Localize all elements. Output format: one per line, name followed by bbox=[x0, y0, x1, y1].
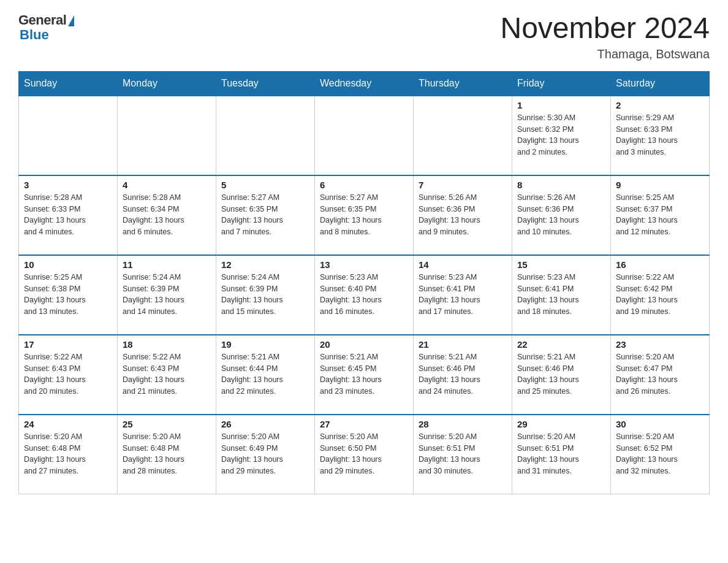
calendar-cell: 27Sunrise: 5:20 AMSunset: 6:50 PMDayligh… bbox=[315, 415, 414, 494]
day-info: Sunrise: 5:25 AMSunset: 6:37 PMDaylight:… bbox=[616, 192, 704, 238]
calendar-cell: 19Sunrise: 5:21 AMSunset: 6:44 PMDayligh… bbox=[216, 335, 315, 415]
day-number: 10 bbox=[24, 259, 112, 270]
day-info: Sunrise: 5:24 AMSunset: 6:39 PMDaylight:… bbox=[221, 272, 309, 318]
calendar-cell: 18Sunrise: 5:22 AMSunset: 6:43 PMDayligh… bbox=[118, 335, 216, 415]
day-number: 25 bbox=[123, 419, 211, 429]
calendar-cell: 8Sunrise: 5:26 AMSunset: 6:36 PMDaylight… bbox=[512, 175, 611, 255]
day-info: Sunrise: 5:26 AMSunset: 6:36 PMDaylight:… bbox=[517, 192, 605, 238]
calendar-cell: 10Sunrise: 5:25 AMSunset: 6:38 PMDayligh… bbox=[19, 255, 118, 335]
day-info: Sunrise: 5:20 AMSunset: 6:52 PMDaylight:… bbox=[616, 431, 704, 477]
day-info: Sunrise: 5:22 AMSunset: 6:43 PMDaylight:… bbox=[123, 351, 211, 397]
page-header: General Blue November 2024 Thamaga, Bots… bbox=[18, 12, 710, 61]
day-info: Sunrise: 5:21 AMSunset: 6:44 PMDaylight:… bbox=[221, 351, 309, 397]
day-info: Sunrise: 5:22 AMSunset: 6:42 PMDaylight:… bbox=[616, 272, 704, 318]
day-number: 3 bbox=[24, 180, 112, 190]
calendar-week-row: 1Sunrise: 5:30 AMSunset: 6:32 PMDaylight… bbox=[19, 96, 710, 175]
day-number: 19 bbox=[221, 339, 309, 350]
day-number: 5 bbox=[221, 180, 309, 190]
calendar-cell: 20Sunrise: 5:21 AMSunset: 6:45 PMDayligh… bbox=[315, 335, 414, 415]
calendar-week-row: 24Sunrise: 5:20 AMSunset: 6:48 PMDayligh… bbox=[19, 415, 710, 494]
day-info: Sunrise: 5:23 AMSunset: 6:40 PMDaylight:… bbox=[320, 272, 408, 318]
day-info: Sunrise: 5:27 AMSunset: 6:35 PMDaylight:… bbox=[221, 192, 309, 238]
calendar-cell: 7Sunrise: 5:26 AMSunset: 6:36 PMDaylight… bbox=[414, 175, 512, 255]
day-info: Sunrise: 5:24 AMSunset: 6:39 PMDaylight:… bbox=[123, 272, 211, 318]
day-number: 20 bbox=[320, 339, 408, 350]
day-info: Sunrise: 5:21 AMSunset: 6:46 PMDaylight:… bbox=[517, 351, 605, 397]
day-number: 23 bbox=[616, 339, 704, 350]
day-of-week-header: Friday bbox=[512, 71, 611, 96]
day-info: Sunrise: 5:20 AMSunset: 6:51 PMDaylight:… bbox=[517, 431, 605, 477]
day-info: Sunrise: 5:21 AMSunset: 6:45 PMDaylight:… bbox=[320, 351, 408, 397]
day-of-week-header: Tuesday bbox=[216, 71, 315, 96]
logo: General Blue bbox=[18, 12, 74, 43]
day-number: 11 bbox=[123, 259, 211, 270]
calendar-cell bbox=[414, 96, 512, 175]
day-number: 12 bbox=[221, 259, 309, 270]
calendar-cell: 28Sunrise: 5:20 AMSunset: 6:51 PMDayligh… bbox=[414, 415, 512, 494]
day-number: 14 bbox=[419, 259, 507, 270]
day-number: 8 bbox=[517, 180, 605, 190]
day-info: Sunrise: 5:20 AMSunset: 6:48 PMDaylight:… bbox=[123, 431, 211, 477]
day-number: 6 bbox=[320, 180, 408, 190]
calendar-cell: 6Sunrise: 5:27 AMSunset: 6:35 PMDaylight… bbox=[315, 175, 414, 255]
calendar-cell: 21Sunrise: 5:21 AMSunset: 6:46 PMDayligh… bbox=[414, 335, 512, 415]
calendar-header-row: SundayMondayTuesdayWednesdayThursdayFrid… bbox=[19, 71, 710, 96]
day-info: Sunrise: 5:20 AMSunset: 6:48 PMDaylight:… bbox=[24, 431, 112, 477]
calendar-cell bbox=[118, 96, 216, 175]
day-info: Sunrise: 5:21 AMSunset: 6:46 PMDaylight:… bbox=[419, 351, 507, 397]
logo-general-text: General bbox=[18, 12, 66, 28]
calendar-cell: 15Sunrise: 5:23 AMSunset: 6:41 PMDayligh… bbox=[512, 255, 611, 335]
day-number: 27 bbox=[320, 419, 408, 429]
day-number: 2 bbox=[616, 100, 704, 110]
day-of-week-header: Monday bbox=[118, 71, 216, 96]
month-title: November 2024 bbox=[500, 12, 710, 45]
day-info: Sunrise: 5:20 AMSunset: 6:47 PMDaylight:… bbox=[616, 351, 704, 397]
day-number: 13 bbox=[320, 259, 408, 270]
day-info: Sunrise: 5:23 AMSunset: 6:41 PMDaylight:… bbox=[419, 272, 507, 318]
calendar-cell bbox=[315, 96, 414, 175]
location-text: Thamaga, Botswana bbox=[500, 47, 710, 61]
day-info: Sunrise: 5:28 AMSunset: 6:34 PMDaylight:… bbox=[123, 192, 211, 238]
day-number: 18 bbox=[123, 339, 211, 350]
calendar-week-row: 10Sunrise: 5:25 AMSunset: 6:38 PMDayligh… bbox=[19, 255, 710, 335]
day-info: Sunrise: 5:20 AMSunset: 6:51 PMDaylight:… bbox=[419, 431, 507, 477]
title-area: November 2024 Thamaga, Botswana bbox=[500, 12, 710, 61]
calendar-cell: 13Sunrise: 5:23 AMSunset: 6:40 PMDayligh… bbox=[315, 255, 414, 335]
calendar-week-row: 3Sunrise: 5:28 AMSunset: 6:33 PMDaylight… bbox=[19, 175, 710, 255]
calendar-cell: 4Sunrise: 5:28 AMSunset: 6:34 PMDaylight… bbox=[118, 175, 216, 255]
calendar-table: SundayMondayTuesdayWednesdayThursdayFrid… bbox=[18, 71, 710, 495]
calendar-cell: 16Sunrise: 5:22 AMSunset: 6:42 PMDayligh… bbox=[611, 255, 710, 335]
day-number: 7 bbox=[419, 180, 507, 190]
calendar-cell: 14Sunrise: 5:23 AMSunset: 6:41 PMDayligh… bbox=[414, 255, 512, 335]
calendar-cell bbox=[216, 96, 315, 175]
calendar-cell: 9Sunrise: 5:25 AMSunset: 6:37 PMDaylight… bbox=[611, 175, 710, 255]
calendar-cell: 2Sunrise: 5:29 AMSunset: 6:33 PMDaylight… bbox=[611, 96, 710, 175]
day-number: 21 bbox=[419, 339, 507, 350]
calendar-cell: 12Sunrise: 5:24 AMSunset: 6:39 PMDayligh… bbox=[216, 255, 315, 335]
day-number: 4 bbox=[123, 180, 211, 190]
day-number: 9 bbox=[616, 180, 704, 190]
calendar-cell: 26Sunrise: 5:20 AMSunset: 6:49 PMDayligh… bbox=[216, 415, 315, 494]
calendar-cell: 11Sunrise: 5:24 AMSunset: 6:39 PMDayligh… bbox=[118, 255, 216, 335]
calendar-cell: 29Sunrise: 5:20 AMSunset: 6:51 PMDayligh… bbox=[512, 415, 611, 494]
day-info: Sunrise: 5:25 AMSunset: 6:38 PMDaylight:… bbox=[24, 272, 112, 318]
calendar-cell: 17Sunrise: 5:22 AMSunset: 6:43 PMDayligh… bbox=[19, 335, 118, 415]
day-info: Sunrise: 5:20 AMSunset: 6:50 PMDaylight:… bbox=[320, 431, 408, 477]
calendar-cell: 22Sunrise: 5:21 AMSunset: 6:46 PMDayligh… bbox=[512, 335, 611, 415]
day-info: Sunrise: 5:27 AMSunset: 6:35 PMDaylight:… bbox=[320, 192, 408, 238]
calendar-cell: 25Sunrise: 5:20 AMSunset: 6:48 PMDayligh… bbox=[118, 415, 216, 494]
day-number: 17 bbox=[24, 339, 112, 350]
day-of-week-header: Wednesday bbox=[315, 71, 414, 96]
day-number: 24 bbox=[24, 419, 112, 429]
day-of-week-header: Thursday bbox=[414, 71, 512, 96]
calendar-week-row: 17Sunrise: 5:22 AMSunset: 6:43 PMDayligh… bbox=[19, 335, 710, 415]
calendar-cell bbox=[19, 96, 118, 175]
day-number: 26 bbox=[221, 419, 309, 429]
day-number: 30 bbox=[616, 419, 704, 429]
day-info: Sunrise: 5:20 AMSunset: 6:49 PMDaylight:… bbox=[221, 431, 309, 477]
day-number: 28 bbox=[419, 419, 507, 429]
logo-triangle-icon bbox=[68, 15, 74, 26]
day-number: 1 bbox=[517, 100, 605, 110]
day-info: Sunrise: 5:26 AMSunset: 6:36 PMDaylight:… bbox=[419, 192, 507, 238]
day-of-week-header: Saturday bbox=[611, 71, 710, 96]
